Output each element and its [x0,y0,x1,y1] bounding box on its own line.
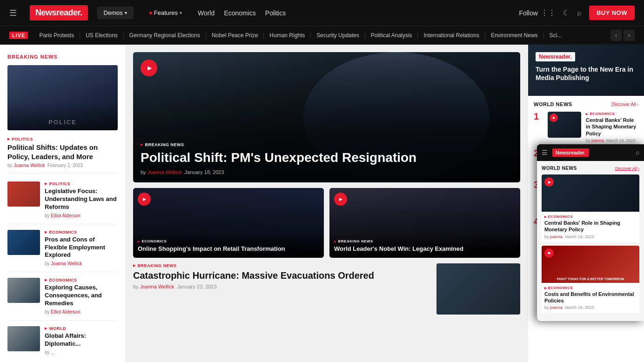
small-card-1-play-button[interactable] [138,193,151,206]
small-card-economics[interactable]: ECONOMICS Online Shopping's Impact on Re… [133,188,324,258]
list-item[interactable]: ECONOMICS Pros and Cons of Flexible Empl… [7,224,118,273]
article-author-3[interactable]: Elliot Alderson [51,309,80,315]
fight-sign-text: FIGHT TODAY FOR A BETTER TOMORROW [543,277,637,281]
article-byline-2: by Joanna Wellick [45,261,118,266]
trend-title-1: Central Banks' Role in Shaping Monetary … [586,117,638,137]
article-title-2: Pros and Cons of Flexible Employment Exp… [45,236,118,260]
tablet-art-title-2: Costs and Benefits of Environmental Poli… [544,291,637,304]
hero-play-button[interactable] [141,60,157,76]
hero-byline: by Joanna Wellick January 18, 2023 [141,169,513,175]
tablet-art-title-1: Central Banks' Role in Shaping Monetary … [544,220,637,233]
subnav-paris[interactable]: Paris Protests [34,32,80,39]
article-cat-4: WORLD [45,326,118,331]
subnav-elections[interactable]: US Elections [80,32,124,39]
subnav-security[interactable]: Security Updates [311,32,365,39]
small-card-breaking[interactable]: BREAKING NEWS World Leader's Nobel Win: … [329,188,520,258]
tablet-article-2[interactable]: FIGHT TODAY FOR A BETTER TOMORROW ECONOM… [542,246,639,313]
subnav-intl[interactable]: International Relations [418,32,485,39]
bottom-article-text: BREAKING NEWS Catastrophic Hurricane: Ma… [133,263,431,289]
hero-author-link[interactable]: Joanna Wellick [148,169,182,175]
grid-dots-icon: ⋮⋮ [541,8,556,17]
economics-link[interactable]: Economics [224,9,255,17]
bottom-article-row[interactable]: BREAKING NEWS Catastrophic Hurricane: Ma… [133,263,520,315]
follow-button[interactable]: Follow ⋮⋮ [519,8,555,17]
tablet-article-1[interactable]: ECONOMICS Central Banks' Role in Shaping… [542,174,639,242]
police-text: POLICE [48,119,76,126]
search-icon[interactable]: ⌕ [577,9,582,17]
bottom-article-byline: by Joanna Wellick January 23, 2023 [133,284,431,289]
small-card-2-play-button[interactable] [334,193,347,206]
tablet-search-icon[interactable]: ⌕ [636,149,639,156]
hamburger-icon[interactable]: ☰ [9,8,17,18]
subnav-germany[interactable]: Germany Regional Elections [124,32,206,39]
subnav-environment[interactable]: Environment News [485,32,544,39]
article-author-1[interactable]: Elliot Alderson [51,213,80,218]
tablet-art-author-2[interactable]: joanna [550,305,563,310]
demos-button[interactable]: Demos ▾ [97,7,134,19]
hero-content: BREAKING NEWS Political Shift: PM's Unex… [133,135,520,182]
world-link[interactable]: World [198,9,215,17]
tablet-art-byline-2: by joanna March 19, 2023 [544,305,637,310]
subnav-political[interactable]: Political Analysis [365,32,418,39]
article-title-1: Legislative Focus: Understanding Laws an… [45,188,118,211]
logo-text: Newsreader. [35,8,82,18]
main-article-title: Political Shifts: Updates on Policy, Lea… [7,143,118,161]
subnav-rights[interactable]: Human Rights [264,32,311,39]
article-byline-3: by Elliot Alderson [45,309,118,315]
trend-play-1 [550,114,558,122]
article-cat-3: ECONOMICS [45,278,118,282]
tablet-hamburger-icon[interactable]: ☰ [542,149,548,157]
list-item[interactable]: WORLD Global Affairs: Diplomatic... by .… [7,321,118,361]
trend-num-1: 1 [534,112,543,143]
tablet-content: WORLD NEWS Discover All › ECONOMICS Cent… [537,161,644,321]
left-sidebar: BREAKING NEWS POLICE POLITICS Political … [0,45,126,362]
sidebar-main-article[interactable]: POLITICS Political Shifts: Updates on Po… [7,137,118,174]
promo-block[interactable]: Newsreader. Turn the Page to the New Era… [528,45,644,96]
topnav-right: Follow ⋮⋮ ☾ ⌕ BUY NOW [519,6,635,20]
features-button[interactable]: Features ▾ [143,7,188,19]
article-meta-4: WORLD Global Affairs: Diplomatic... by .… [45,326,118,355]
main-article-author-link[interactable]: Joanna Wellick [13,163,45,168]
article-author-2[interactable]: Joanna Wellick [51,261,82,266]
tablet-art-cat-2: ECONOMICS [544,286,637,290]
trend-author-1[interactable]: joanna [591,138,604,143]
article-author-4[interactable]: ... [51,350,54,355]
main-article-category: POLITICS [7,137,118,141]
features-label: Features [154,9,178,16]
subnav: LIVE Paris Protests US Elections Germany… [0,26,644,45]
politics-link[interactable]: Politics [265,9,286,17]
list-item[interactable]: ECONOMICS Exploring Causes, Consequences… [7,272,118,321]
article-title-3: Exploring Causes, Consequences, and Reme… [45,284,118,308]
chevron-right-icon: › [637,102,638,107]
tablet-art-author-1[interactable]: joanna [550,235,563,239]
demos-label: Demos [104,9,123,16]
article-thumbnail-2 [7,230,40,255]
article-title-4: Global Affairs: Diplomatic... [45,332,118,348]
logo[interactable]: Newsreader. [30,5,88,20]
subnav-next-button[interactable]: › [624,30,635,41]
trend-cat-1: ECONOMICS [586,112,638,116]
hero-card[interactable]: BREAKING NEWS Political Shift: PM's Unex… [133,52,520,182]
promo-title: Turn the Page to the New Era in Media Pu… [536,65,637,82]
subnav-nobel[interactable]: Nobel Peace Prize [206,32,264,39]
tablet-art-text-1: ECONOMICS Central Banks' Role in Shaping… [542,212,639,242]
bottom-article-author[interactable]: Joanna Wellick [140,284,174,289]
small-card-1-badge: ECONOMICS [138,239,319,243]
buy-now-button[interactable]: BUY NOW [589,6,635,20]
subnav-prev-button[interactable]: ‹ [610,30,622,41]
list-item[interactable]: POLITICS Legislative Focus: Understandin… [7,176,118,224]
trending-item-1[interactable]: 1 ECONOMICS Central Banks' Role in Shapi… [534,112,638,143]
subnav-sci[interactable]: Sci... [544,32,568,39]
promo-logo: Newsreader. [536,52,575,61]
article-thumbnail-1 [7,181,40,207]
sidebar-hero-image[interactable]: POLICE [7,65,118,130]
tablet-logo: Newsreader. [552,148,589,157]
tablet-discover-link[interactable]: Discover All › [615,166,639,171]
tablet-art-cat-1: ECONOMICS [544,215,637,219]
main-featured: BREAKING NEWS Political Shift: PM's Unex… [126,45,528,362]
dark-mode-icon[interactable]: ☾ [563,8,570,17]
article-meta-1: POLITICS Legislative Focus: Understandin… [45,181,118,218]
article-thumbnail-4 [7,326,40,351]
article-cat-2: ECONOMICS [45,230,118,235]
discover-link[interactable]: Discover All › [611,102,638,107]
